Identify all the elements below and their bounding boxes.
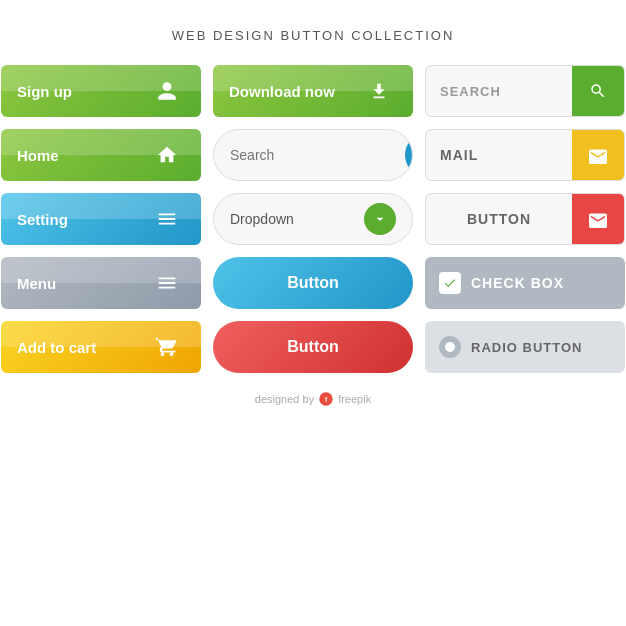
button-red-label: BUTTON [426, 211, 572, 227]
red-round-label: Button [287, 338, 339, 356]
search-text: SEARCH [426, 84, 572, 99]
dropdown-icon [364, 203, 396, 235]
dropdown-button[interactable]: Dropdown [213, 193, 413, 245]
radio-label: RADIO BUTTON [471, 340, 582, 355]
button-mail-icon [572, 194, 624, 244]
mail-icon [572, 130, 624, 180]
download-button[interactable]: Download now [213, 65, 413, 117]
user-icon [149, 73, 185, 109]
menu-icon [149, 265, 185, 301]
home-icon [149, 137, 185, 173]
setting-button[interactable]: Setting [1, 193, 201, 245]
home-button[interactable]: Home [1, 129, 201, 181]
search-pill[interactable] [213, 129, 413, 181]
search-icon-btn[interactable] [572, 66, 624, 116]
checkbox-label: CHECK BOX [471, 275, 564, 291]
page-title: WEB DESIGN BUTTON COLLECTION [172, 28, 455, 43]
radio-icon [439, 336, 461, 358]
footer: designed by f freepik [255, 391, 371, 407]
red-round-button[interactable]: Button [213, 321, 413, 373]
mail-button[interactable]: MAIL [425, 129, 625, 181]
search-input[interactable] [230, 147, 405, 163]
radio-inner [445, 342, 455, 352]
menu-button[interactable]: Menu [1, 257, 201, 309]
add-to-cart-label: Add to cart [17, 339, 96, 356]
footer-text: designed by [255, 393, 314, 405]
home-label: Home [17, 147, 59, 164]
freepik-icon: f [318, 391, 334, 407]
search-circle-icon[interactable] [405, 133, 413, 177]
setting-label: Setting [17, 211, 68, 228]
add-to-cart-button[interactable]: Add to cart [1, 321, 201, 373]
download-label: Download now [229, 83, 335, 100]
button-grid: Sign up Download now SEARCH Home [0, 65, 626, 373]
signup-button[interactable]: Sign up [1, 65, 201, 117]
download-icon [361, 73, 397, 109]
dropdown-label: Dropdown [230, 211, 364, 227]
radio-button[interactable]: RADIO BUTTON [425, 321, 625, 373]
checkbox-icon [439, 272, 461, 294]
mail-label: MAIL [426, 147, 572, 163]
footer-brand: freepik [338, 393, 371, 405]
blue-round-button[interactable]: Button [213, 257, 413, 309]
button-red-mail[interactable]: BUTTON [425, 193, 625, 245]
signup-label: Sign up [17, 83, 72, 100]
settings-icon [149, 201, 185, 237]
menu-label: Menu [17, 275, 56, 292]
cart-icon [149, 329, 185, 365]
checkbox-button[interactable]: CHECK BOX [425, 257, 625, 309]
search-button[interactable]: SEARCH [425, 65, 625, 117]
blue-round-label: Button [287, 274, 339, 292]
